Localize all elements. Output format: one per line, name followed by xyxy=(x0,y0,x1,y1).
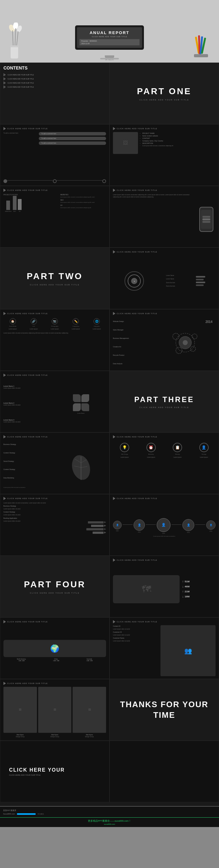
slide-header: CLICK HERE ADD YOUR SUB TITLE xyxy=(113,312,216,315)
slide-part-four: PART FOUR CLICK HERE ADD YOUR SUB TITLE xyxy=(0,556,110,617)
text-heading: WEBSITES xyxy=(60,194,106,195)
footer-link: 关注微信 xyxy=(37,813,44,815)
puzzle-piece xyxy=(73,394,81,402)
icon-desc: Lorem ipsum xyxy=(145,456,157,458)
icon-label: Link xyxy=(33,326,35,327)
arrow-icon xyxy=(3,86,6,89)
process-bar: To add a comment here xyxy=(39,132,106,135)
presenter-label: Presenter：MOMODA xyxy=(81,40,138,42)
stat-item: Some foot text xyxy=(166,285,175,287)
team-heading: Content ID xyxy=(113,625,159,627)
header-text: CLICK HERE ADD YOUR SUB TITLE xyxy=(7,682,48,684)
timeline-connector xyxy=(123,524,133,525)
role-item: Creative Art xyxy=(113,346,153,348)
tl-dot xyxy=(3,179,7,183)
part-two-sub: CLICK HERE ADD YOUR SUB TITLE xyxy=(30,284,80,286)
text-block: Lorem Name 3 Lorem ipsum dolor sit amet xyxy=(3,419,54,423)
stat-item: Some foot text xyxy=(166,282,175,284)
phone-screen xyxy=(201,210,212,229)
icon-item: 🏠 Social Media Lorem ipsum xyxy=(7,318,19,330)
text-block: Lorem Name 2 Lorem ipsum dolor sit amet xyxy=(3,402,54,406)
timeline-connector xyxy=(195,524,205,525)
monitor-stand xyxy=(105,55,114,58)
slide-part-two: PART TWO CLICK HERE ADD YOUR SUB TITLE xyxy=(0,248,110,309)
year-label: 2012 xyxy=(162,533,165,534)
header-text: CLICK HERE ADD YOUR SUB TITLE xyxy=(117,559,157,561)
icon-circle: ✏️ xyxy=(72,318,79,324)
world-map-icon: 🌍 xyxy=(50,644,59,653)
text-block: Lorem ipsum dolor sit amet xyxy=(3,508,59,510)
gear-svg xyxy=(169,327,201,358)
header-text: CLICK HERE ADD YOUR SUB TITLE xyxy=(117,436,157,438)
small-text: Lorem ipsum dolor sit amet consectetur a… xyxy=(3,332,106,334)
team-text: Content ID Lorem ipsum dolor sit amet Cu… xyxy=(113,625,159,676)
content-item: CLICK HERE ADD YOUR SUB TITLE xyxy=(3,81,106,85)
photo-item: 🖼 xyxy=(3,687,37,733)
icon-circle: 📷 xyxy=(52,318,58,324)
text-block: Lorem ipsum dolor sit amet xyxy=(3,514,59,516)
text-block: Lorem ipsum dolor sit amet xyxy=(3,520,59,522)
team-desc: Lorem ipsum dolor sit amet xyxy=(113,634,159,636)
photo-placeholder: 🖼 xyxy=(113,132,138,154)
arrow-bar-row xyxy=(88,521,106,524)
arrow-bar xyxy=(88,521,103,524)
round-icon-item: ⏰ Marketing Lorem ipsum xyxy=(145,443,157,458)
bar-label: UX xyxy=(19,211,21,212)
arrow-icon xyxy=(113,620,116,623)
sub-heading: Content Strategy xyxy=(3,511,59,513)
footer-url-label: Sucai999.com xyxy=(3,813,15,815)
arrow-head xyxy=(104,532,106,533)
arrow-icon xyxy=(113,497,116,500)
arrow-icon xyxy=(113,250,116,253)
monitor-base xyxy=(100,58,119,59)
photo-item: 🖼 xyxy=(38,687,72,733)
slide-photo-strip: CLICK HERE ADD YOUR SUB TITLE 🖼 🖼 🖼 Web … xyxy=(0,679,110,741)
puzzle-diagram: Lorem Name xyxy=(56,379,106,430)
tl-dot xyxy=(102,179,106,183)
world-map: 🌍 xyxy=(3,640,106,657)
text-body: Lorem ipsum dolor sit amet xyxy=(3,387,54,389)
arrows-visual xyxy=(61,502,106,553)
slide-header: CLICK HERE ADD YOUR SUB TITLE xyxy=(3,312,106,315)
slide-map-stats: CLICK HERE ADD YOUR SUB TITLE 🗺 ↑ 51M ↓ … xyxy=(110,556,219,617)
app-icon-row xyxy=(202,221,210,223)
icon-desc: Lorem ipsum xyxy=(7,328,19,330)
photo-strip: 🖼 🖼 🖼 xyxy=(3,687,106,733)
svg-rect-7 xyxy=(10,45,19,47)
photo-labels-row: Web Name Design Group Web Name Design Gr… xyxy=(3,734,106,738)
icon-label: Infographic xyxy=(94,326,100,327)
header-text: CLICK HERE ADD YOUR SUB TITLE xyxy=(7,189,48,191)
green-banner: 更多精品PPT素素在——suca999.com！ suca999.com xyxy=(0,817,219,827)
slide-header: CLICK HERE ADD YOUR SUB TITLE xyxy=(3,435,106,438)
list-item: Data Marketing xyxy=(3,477,54,479)
slide-text-arrows: CLICK HERE ADD YOUR SUB TITLE Lorem ipsu… xyxy=(0,494,110,556)
stats-list: Lorem Name Lorem Name Some foot text Som… xyxy=(166,274,175,287)
arrow-icon xyxy=(3,189,6,192)
icon-row: 🏠 Social Media Lorem ipsum 🔗 Link Lorem … xyxy=(3,318,106,330)
arrow-icon xyxy=(3,374,6,377)
photo-label: Web Name Design Group xyxy=(38,734,72,738)
bullet-item: DESCRIPTION xyxy=(140,142,216,145)
slide-icon-row: CLICK HERE ADD YOUR SUB TITLE 🏠 Social M… xyxy=(0,309,110,371)
text-block: Lorem ipsum dolor sit amet consectetur. … xyxy=(3,502,59,504)
label-bar xyxy=(196,282,205,283)
thanks-text: THANKS FOR YOUR TIME xyxy=(110,699,219,721)
slide-header: CLICK HERE ADD YOUR SUB TITLE xyxy=(3,682,106,685)
slides-grid: CONTENTS CLICK HERE ADD YOUR SUB TITLE C… xyxy=(0,63,219,802)
tl-dot xyxy=(53,179,57,183)
round-icon-circle: 💡 xyxy=(120,443,129,452)
sub-heading: Business Strategy xyxy=(3,505,59,507)
region-stat: ↑32M ↑20M xyxy=(86,660,93,661)
round-icons-row: 💡 Web Design Lorem ipsum ⏰ Marketing Lor… xyxy=(113,443,216,458)
role-item: Data Analysis xyxy=(113,363,153,365)
stat-row: ↓ 18M xyxy=(182,595,216,598)
header-text: CLICK HERE ADD YOUR SUB TITLE xyxy=(117,498,157,499)
date-label: 201X-11-04 xyxy=(81,42,138,44)
footer-label: 某某PPT素素库 xyxy=(3,809,216,812)
photo-label: Web Name Design Group xyxy=(72,734,106,738)
slide-text-puzzle: CLICK HERE ADD YOUR SUB TITLE Lorem Name… xyxy=(0,371,110,432)
arrow-bar xyxy=(86,528,103,530)
bar-label: WEBSITES xyxy=(5,211,11,212)
timeline-connector xyxy=(171,524,182,525)
stat-value: 51M xyxy=(185,580,190,583)
